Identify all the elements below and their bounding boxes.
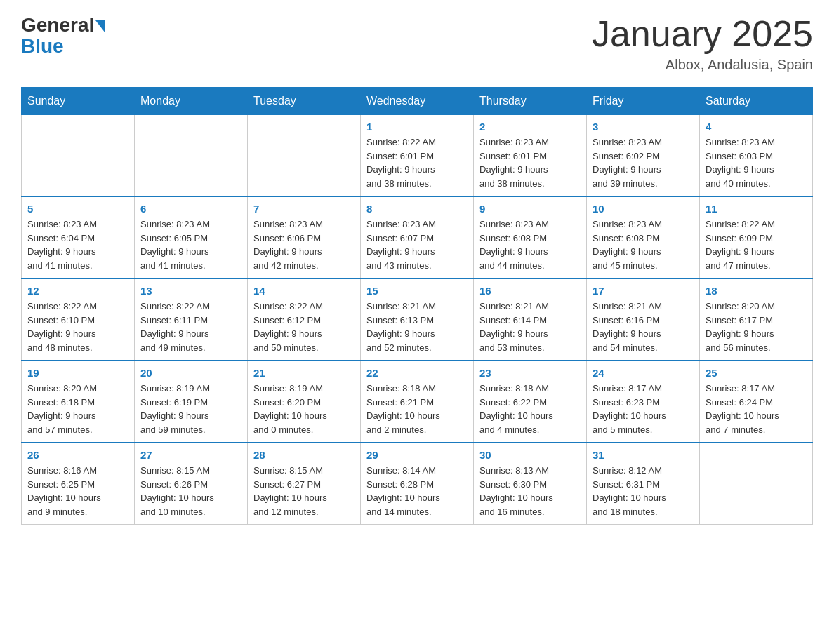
day-number: 12	[27, 285, 128, 297]
calendar-week-row: 5Sunrise: 8:23 AM Sunset: 6:04 PM Daylig…	[22, 196, 813, 279]
cell-info: Sunrise: 8:22 AM Sunset: 6:12 PM Dayligh…	[253, 300, 355, 354]
calendar-cell: 31Sunrise: 8:12 AM Sunset: 6:31 PM Dayli…	[587, 443, 700, 525]
calendar-cell: 14Sunrise: 8:22 AM Sunset: 6:12 PM Dayli…	[248, 279, 361, 361]
calendar-cell: 27Sunrise: 8:15 AM Sunset: 6:26 PM Dayli…	[135, 443, 248, 525]
calendar-cell: 13Sunrise: 8:22 AM Sunset: 6:11 PM Dayli…	[135, 279, 248, 361]
cell-info: Sunrise: 8:12 AM Sunset: 6:31 PM Dayligh…	[593, 464, 694, 518]
cell-info: Sunrise: 8:17 AM Sunset: 6:23 PM Dayligh…	[593, 382, 694, 436]
calendar-cell	[700, 443, 813, 525]
day-number: 3	[593, 121, 694, 133]
day-number: 14	[253, 285, 355, 297]
cell-info: Sunrise: 8:21 AM Sunset: 6:13 PM Dayligh…	[366, 300, 468, 354]
cell-info: Sunrise: 8:18 AM Sunset: 6:21 PM Dayligh…	[366, 382, 468, 436]
cell-info: Sunrise: 8:21 AM Sunset: 6:16 PM Dayligh…	[593, 300, 694, 354]
day-number: 10	[593, 203, 694, 215]
calendar-cell: 22Sunrise: 8:18 AM Sunset: 6:21 PM Dayli…	[361, 361, 474, 443]
calendar-cell	[22, 115, 135, 197]
cell-info: Sunrise: 8:23 AM Sunset: 6:04 PM Dayligh…	[27, 217, 128, 272]
cell-info: Sunrise: 8:13 AM Sunset: 6:30 PM Dayligh…	[479, 464, 581, 518]
day-number: 28	[253, 449, 355, 461]
day-number: 27	[140, 449, 241, 461]
cell-info: Sunrise: 8:22 AM Sunset: 6:01 PM Dayligh…	[366, 135, 468, 190]
cell-info: Sunrise: 8:18 AM Sunset: 6:22 PM Dayligh…	[479, 382, 581, 436]
day-number: 2	[479, 121, 581, 133]
logo: General Blue	[21, 14, 105, 58]
day-number: 21	[253, 367, 355, 379]
calendar-cell	[248, 115, 361, 197]
cell-info: Sunrise: 8:23 AM Sunset: 6:03 PM Dayligh…	[706, 135, 807, 190]
calendar-cell: 2Sunrise: 8:23 AM Sunset: 6:01 PM Daylig…	[474, 115, 587, 197]
day-number: 7	[253, 203, 355, 215]
calendar-week-row: 26Sunrise: 8:16 AM Sunset: 6:25 PM Dayli…	[22, 443, 813, 525]
calendar-week-row: 19Sunrise: 8:20 AM Sunset: 6:18 PM Dayli…	[22, 361, 813, 443]
cell-info: Sunrise: 8:22 AM Sunset: 6:09 PM Dayligh…	[706, 217, 807, 272]
calendar-cell: 21Sunrise: 8:19 AM Sunset: 6:20 PM Dayli…	[248, 361, 361, 443]
day-number: 31	[593, 449, 694, 461]
day-number: 11	[706, 203, 807, 215]
day-number: 6	[140, 203, 241, 215]
cell-info: Sunrise: 8:17 AM Sunset: 6:24 PM Dayligh…	[706, 382, 807, 436]
day-number: 5	[27, 203, 128, 215]
calendar-cell: 30Sunrise: 8:13 AM Sunset: 6:30 PM Dayli…	[474, 443, 587, 525]
day-number: 1	[366, 121, 468, 133]
calendar-day-header: Saturday	[700, 88, 813, 115]
calendar-cell: 24Sunrise: 8:17 AM Sunset: 6:23 PM Dayli…	[587, 361, 700, 443]
cell-info: Sunrise: 8:22 AM Sunset: 6:11 PM Dayligh…	[140, 300, 241, 354]
calendar-cell: 1Sunrise: 8:22 AM Sunset: 6:01 PM Daylig…	[361, 115, 474, 197]
calendar-cell: 19Sunrise: 8:20 AM Sunset: 6:18 PM Dayli…	[22, 361, 135, 443]
day-number: 26	[27, 449, 128, 461]
calendar-cell: 17Sunrise: 8:21 AM Sunset: 6:16 PM Dayli…	[587, 279, 700, 361]
cell-info: Sunrise: 8:23 AM Sunset: 6:06 PM Dayligh…	[253, 217, 355, 272]
cell-info: Sunrise: 8:14 AM Sunset: 6:28 PM Dayligh…	[366, 464, 468, 518]
calendar-day-header: Wednesday	[361, 88, 474, 115]
day-number: 22	[366, 367, 468, 379]
calendar-cell: 9Sunrise: 8:23 AM Sunset: 6:08 PM Daylig…	[474, 196, 587, 279]
day-number: 25	[706, 367, 807, 379]
day-number: 4	[706, 121, 807, 133]
cell-info: Sunrise: 8:19 AM Sunset: 6:19 PM Dayligh…	[140, 382, 241, 436]
day-number: 8	[366, 203, 468, 215]
day-number: 30	[479, 449, 581, 461]
cell-info: Sunrise: 8:23 AM Sunset: 6:05 PM Dayligh…	[140, 217, 241, 272]
cell-info: Sunrise: 8:15 AM Sunset: 6:26 PM Dayligh…	[140, 464, 241, 518]
cell-info: Sunrise: 8:19 AM Sunset: 6:20 PM Dayligh…	[253, 382, 355, 436]
logo-general-text: General	[21, 14, 94, 36]
title-area: January 2025 Albox, Andalusia, Spain	[592, 14, 813, 73]
day-number: 15	[366, 285, 468, 297]
logo-blue-text: Blue	[21, 35, 64, 58]
cell-info: Sunrise: 8:21 AM Sunset: 6:14 PM Dayligh…	[479, 300, 581, 354]
calendar-header-row: SundayMondayTuesdayWednesdayThursdayFrid…	[22, 88, 813, 115]
calendar-cell: 7Sunrise: 8:23 AM Sunset: 6:06 PM Daylig…	[248, 196, 361, 279]
calendar-cell: 29Sunrise: 8:14 AM Sunset: 6:28 PM Dayli…	[361, 443, 474, 525]
cell-info: Sunrise: 8:23 AM Sunset: 6:07 PM Dayligh…	[366, 217, 468, 272]
calendar-cell: 26Sunrise: 8:16 AM Sunset: 6:25 PM Dayli…	[22, 443, 135, 525]
calendar-cell: 11Sunrise: 8:22 AM Sunset: 6:09 PM Dayli…	[700, 196, 813, 279]
calendar-cell: 8Sunrise: 8:23 AM Sunset: 6:07 PM Daylig…	[361, 196, 474, 279]
calendar-cell: 16Sunrise: 8:21 AM Sunset: 6:14 PM Dayli…	[474, 279, 587, 361]
calendar-day-header: Tuesday	[248, 88, 361, 115]
calendar-day-header: Sunday	[22, 88, 135, 115]
cell-info: Sunrise: 8:15 AM Sunset: 6:27 PM Dayligh…	[253, 464, 355, 518]
page-header: General Blue January 2025 Albox, Andalus…	[21, 14, 813, 73]
calendar-table: SundayMondayTuesdayWednesdayThursdayFrid…	[21, 87, 813, 525]
calendar-cell: 28Sunrise: 8:15 AM Sunset: 6:27 PM Dayli…	[248, 443, 361, 525]
calendar-day-header: Monday	[135, 88, 248, 115]
calendar-cell: 10Sunrise: 8:23 AM Sunset: 6:08 PM Dayli…	[587, 196, 700, 279]
day-number: 19	[27, 367, 128, 379]
calendar-week-row: 1Sunrise: 8:22 AM Sunset: 6:01 PM Daylig…	[22, 115, 813, 197]
cell-info: Sunrise: 8:23 AM Sunset: 6:01 PM Dayligh…	[479, 135, 581, 190]
month-title: January 2025	[592, 14, 813, 54]
day-number: 18	[706, 285, 807, 297]
day-number: 20	[140, 367, 241, 379]
cell-info: Sunrise: 8:23 AM Sunset: 6:08 PM Dayligh…	[593, 217, 694, 272]
location: Albox, Andalusia, Spain	[592, 57, 813, 73]
calendar-day-header: Friday	[587, 88, 700, 115]
calendar-cell: 18Sunrise: 8:20 AM Sunset: 6:17 PM Dayli…	[700, 279, 813, 361]
day-number: 29	[366, 449, 468, 461]
day-number: 9	[479, 203, 581, 215]
cell-info: Sunrise: 8:23 AM Sunset: 6:02 PM Dayligh…	[593, 135, 694, 190]
calendar-day-header: Thursday	[474, 88, 587, 115]
day-number: 13	[140, 285, 241, 297]
cell-info: Sunrise: 8:23 AM Sunset: 6:08 PM Dayligh…	[479, 217, 581, 272]
day-number: 24	[593, 367, 694, 379]
